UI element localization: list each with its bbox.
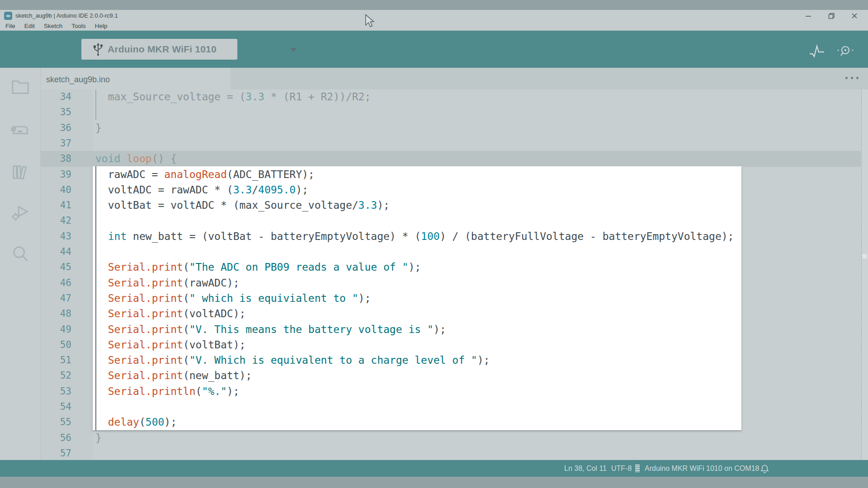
line-number: 49 xyxy=(41,322,71,338)
code-line-text: Serial.print(voltADC); xyxy=(95,306,245,322)
arduino-logo-icon: ∞ xyxy=(4,12,12,20)
line-number: 56 xyxy=(41,430,71,446)
code-line[interactable]: 49 Serial.print("V. This means the batte… xyxy=(41,322,861,338)
mouse-pointer-icon xyxy=(364,14,376,30)
notifications-bell-icon[interactable] xyxy=(760,464,769,473)
code-line-text: int new_batt = (voltBat - batteryEmptyVo… xyxy=(95,229,734,244)
desktop-strip-bottom xyxy=(0,477,868,488)
minimize-button[interactable] xyxy=(798,10,819,22)
line-number: 48 xyxy=(41,306,71,322)
sidebar-item-debug[interactable] xyxy=(10,202,31,223)
code-line[interactable]: 55 delay(500); xyxy=(41,414,861,430)
code-line[interactable]: 36} xyxy=(41,120,861,136)
line-number: 38 xyxy=(41,151,71,167)
code-line[interactable]: 56} xyxy=(41,430,861,446)
line-number: 41 xyxy=(41,197,71,213)
menu-file[interactable]: File xyxy=(3,22,18,31)
serial-monitor-button[interactable] xyxy=(836,44,853,59)
sidebar-item-search[interactable] xyxy=(10,244,31,265)
code-line-text: Serial.print(" which is equivialent to "… xyxy=(95,291,371,306)
line-number: 51 xyxy=(41,352,71,368)
board-selector-dropdown[interactable]: Arduino MKR WiFi 1010 xyxy=(81,39,237,60)
window-title: sketch_aug9b | Arduino IDE 2.0.0-rc9.1 xyxy=(15,10,118,22)
code-line-text: Serial.println("%."); xyxy=(95,384,240,399)
code-line[interactable]: 35 xyxy=(41,104,861,120)
cursor-position[interactable]: Ln 38, Col 11 xyxy=(564,460,607,477)
serial-plotter-button[interactable] xyxy=(809,44,825,59)
toolbar: Arduino MKR WiFi 1010 xyxy=(0,31,868,68)
search-icon xyxy=(10,244,31,265)
restore-button[interactable] xyxy=(821,10,842,22)
code-line[interactable]: 50 Serial.print(voltBat); xyxy=(41,337,861,353)
code-line[interactable]: 54 xyxy=(41,399,861,415)
code-line[interactable]: 41 voltBat = voltADC * (max_Source_volta… xyxy=(41,197,861,213)
code-line[interactable]: 45 Serial.print("The ADC on PB09 reads a… xyxy=(41,259,861,275)
code-line-text: } xyxy=(95,430,102,446)
code-line[interactable]: 47 Serial.print(" which is equivialent t… xyxy=(41,291,861,306)
line-number: 47 xyxy=(41,291,71,306)
debug-icon xyxy=(10,202,31,223)
titlebar: ∞ sketch_aug9b | Arduino IDE 2.0.0-rc9.1 xyxy=(0,10,868,22)
sidebar-item-library-manager[interactable] xyxy=(10,162,31,183)
line-number: 53 xyxy=(41,384,71,399)
line-number: 39 xyxy=(41,167,71,183)
menu-tools[interactable]: Tools xyxy=(69,22,89,31)
code-line-text: voltBat = voltADC * (max_Source_voltage/… xyxy=(95,197,390,213)
line-number: 43 xyxy=(41,229,71,244)
code-line-text: delay(500); xyxy=(95,414,177,430)
tabbar: sketch_aug9b.ino xyxy=(41,68,868,89)
code-line[interactable]: 37 xyxy=(41,136,861,151)
scrollbar-thumb[interactable] xyxy=(862,254,867,258)
books-icon xyxy=(10,162,31,183)
chevron-down-icon xyxy=(290,48,297,52)
code-line[interactable]: 39 rawADC = analogRead(ADC_BATTERY); xyxy=(41,167,861,183)
sidebar-item-sketchbook[interactable] xyxy=(10,77,31,98)
code-line[interactable]: 34 max_Source_voltage = (3.3 * (R1 + R2)… xyxy=(41,89,861,105)
board-connection-status[interactable]: Arduino MKR WiFi 1010 on COM18 xyxy=(645,460,759,477)
code-line[interactable]: 57 xyxy=(41,446,861,461)
chip-icon xyxy=(634,464,641,473)
menu-edit[interactable]: Edit xyxy=(22,22,38,31)
line-number: 34 xyxy=(41,89,71,105)
usb-icon xyxy=(91,42,105,56)
editor-scrollbar[interactable] xyxy=(861,69,868,460)
line-number: 42 xyxy=(41,213,71,229)
sidebar-item-boards-manager[interactable] xyxy=(10,120,31,141)
code-line-text: void loop() { xyxy=(95,151,177,167)
waveform-icon xyxy=(809,44,825,59)
code-line[interactable]: 46 Serial.print(rawADC); xyxy=(41,275,861,291)
code-line[interactable]: 38void loop() { xyxy=(41,151,861,167)
board-icon xyxy=(10,120,31,141)
code-line[interactable]: 44 xyxy=(41,244,861,260)
code-line-text: Serial.print(new_batt); xyxy=(95,368,252,384)
code-line-text: voltADC = rawADC * (3.3/4095.0); xyxy=(95,182,308,198)
editor-options-icon[interactable] xyxy=(845,77,863,81)
line-number: 54 xyxy=(41,399,71,415)
desktop-strip-top xyxy=(0,0,868,10)
close-icon[interactable] xyxy=(844,10,865,22)
board-selector-label: Arduino MKR WiFi 1010 xyxy=(108,39,217,60)
code-line[interactable]: 53 Serial.println("%."); xyxy=(41,384,861,399)
code-line[interactable]: 40 voltADC = rawADC * (3.3/4095.0); xyxy=(41,182,861,198)
folder-icon xyxy=(10,77,31,98)
code-line[interactable]: 48 Serial.print(voltADC); xyxy=(41,306,861,322)
encoding[interactable]: UTF-8 xyxy=(611,460,632,477)
activity-sidebar xyxy=(0,68,41,460)
code-line[interactable]: 42 xyxy=(41,213,861,229)
code-line[interactable]: 52 Serial.print(new_batt); xyxy=(41,368,861,384)
code-line-text: } xyxy=(95,120,102,136)
tab-sketch-aug9b[interactable]: sketch_aug9b.ino xyxy=(41,68,231,89)
code-line-text: Serial.print(rawADC); xyxy=(95,275,240,291)
line-number: 55 xyxy=(41,414,71,430)
code-line-text: Serial.print("V. This means the battery … xyxy=(95,322,446,338)
code-line-text: Serial.print("The ADC on PB09 reads a va… xyxy=(95,259,421,275)
line-number: 36 xyxy=(41,120,71,136)
line-number: 52 xyxy=(41,368,71,384)
code-line[interactable]: 51 Serial.print("V. Which is equivalent … xyxy=(41,352,861,368)
code-line-text: rawADC = analogRead(ADC_BATTERY); xyxy=(95,167,315,183)
menu-help[interactable]: Help xyxy=(92,22,110,31)
line-number: 35 xyxy=(41,104,71,120)
menu-sketch[interactable]: Sketch xyxy=(41,22,65,31)
code-line-text: max_Source_voltage = (3.3 * (R1 + R2))/R… xyxy=(95,89,371,105)
code-line[interactable]: 43 int new_batt = (voltBat - batteryEmpt… xyxy=(41,229,861,244)
